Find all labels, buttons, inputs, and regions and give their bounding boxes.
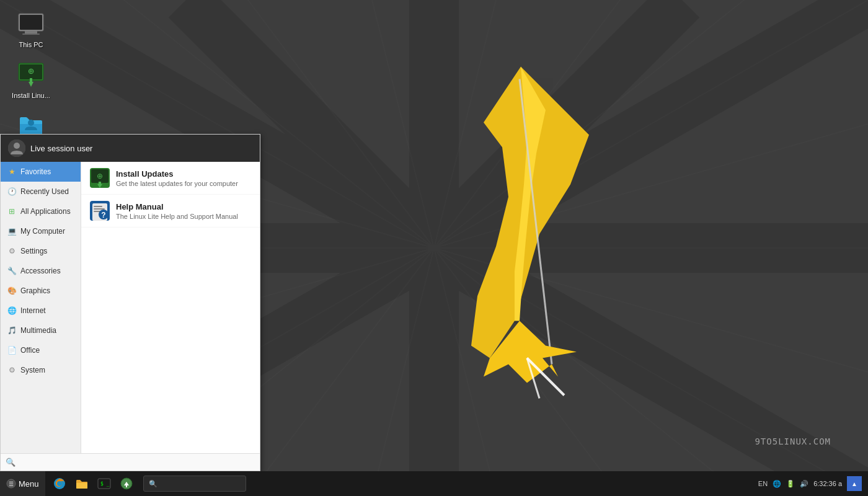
user-avatar [8, 140, 25, 157]
favorites-label: Favorites [20, 167, 51, 176]
taskbar-right: EN 🌐 🔋 🔊 6:32:36 a ▲ [752, 476, 868, 491]
taskbar-btn-files[interactable] [71, 473, 92, 494]
favorites-icon: ★ [7, 167, 17, 177]
internet-icon: 🌐 [7, 306, 17, 316]
desktop: This PC ⊕ Install Linu... [0, 0, 868, 496]
settings-icon: ⚙ [7, 246, 17, 256]
menu-item-install-updates[interactable]: ⊕ Install Updates Get the latest updates… [81, 162, 260, 195]
sidebar-item-settings[interactable]: ⚙ Settings [1, 241, 81, 261]
sidebar-item-graphics[interactable]: 🎨 Graphics [1, 281, 81, 301]
install-updates-title: Install Updates [116, 169, 238, 179]
svg-rect-63 [94, 206, 102, 207]
taskbar: ☰ Menu $ _ [0, 471, 868, 496]
menu-search-bar[interactable]: 🔍 [1, 453, 260, 471]
taskbar-battery-icon: 🔋 [786, 480, 795, 488]
svg-point-48 [28, 120, 34, 126]
sidebar-item-all-applications[interactable]: ⊞ All Applications [1, 202, 81, 221]
menu-search-input[interactable] [18, 458, 255, 467]
accessories-icon: 🔧 [7, 266, 17, 276]
help-manual-text: Help Manual The Linux Lite Help and Supp… [116, 202, 238, 220]
install-updates-icon: ⊕ [90, 168, 110, 188]
this-pc-icon [16, 9, 46, 38]
taskbar-btn-update[interactable] [116, 473, 137, 494]
svg-rect-42 [22, 33, 40, 35]
desktop-icon-this-pc[interactable]: This PC [6, 6, 56, 51]
office-icon: 📄 [7, 345, 17, 355]
svg-rect-64 [94, 208, 105, 210]
install-updates-desc: Get the latest updates for your computer [116, 180, 238, 187]
start-label: Menu [19, 479, 39, 489]
taskbar-btn-terminal[interactable]: $ _ [94, 473, 115, 494]
all-applications-icon: ⊞ [7, 206, 17, 216]
taskbar-lang: EN [758, 480, 768, 487]
start-menu-icon: ☰ [6, 479, 16, 489]
multimedia-icon: 🎵 [7, 326, 17, 335]
user-name: Live session user [30, 144, 92, 153]
svg-text:$ _: $ _ [100, 481, 110, 487]
install-linux-label: Install Linu... [12, 92, 50, 99]
accessories-label: Accessories [20, 267, 61, 275]
svg-text:⊕: ⊕ [28, 65, 34, 77]
menu-content: ⊕ Install Updates Get the latest updates… [81, 162, 260, 453]
start-menu: Live session user ★ Favorites 🕐 Recently… [0, 134, 260, 471]
sidebar-item-multimedia[interactable]: 🎵 Multimedia [1, 321, 81, 340]
svg-point-55 [14, 143, 20, 149]
internet-label: Internet [20, 306, 46, 315]
graphics-label: Graphics [20, 286, 50, 295]
sidebar-item-favorites[interactable]: ★ Favorites [1, 162, 81, 182]
svg-rect-75 [126, 485, 127, 487]
sidebar-item-system[interactable]: ⚙ System [1, 360, 81, 380]
settings-label: Settings [20, 247, 47, 255]
my-computer-label: My Computer [20, 227, 65, 236]
install-linux-icon: ⊕ [16, 60, 46, 89]
taskbar-search-input[interactable] [160, 480, 241, 487]
recently-used-label: Recently Used [20, 187, 69, 196]
sidebar-item-my-computer[interactable]: 💻 My Computer [1, 221, 81, 241]
help-manual-icon: ? [90, 201, 110, 221]
office-label: Office [20, 346, 40, 355]
start-menu-header: Live session user [1, 135, 260, 162]
this-pc-label: This PC [19, 41, 43, 48]
help-manual-title: Help Manual [116, 202, 238, 211]
recently-used-icon: 🕐 [7, 187, 17, 197]
svg-rect-40 [20, 15, 42, 30]
search-icon: 🔍 [6, 458, 16, 467]
svg-rect-47 [30, 78, 32, 83]
taskbar-apps: $ _ [45, 471, 141, 496]
svg-rect-41 [25, 31, 37, 33]
taskbar-search-icon: 🔍 [149, 480, 157, 488]
svg-point-71 [57, 481, 62, 486]
multimedia-label: Multimedia [20, 326, 56, 335]
svg-rect-60 [99, 182, 101, 185]
svg-text:⊕: ⊕ [97, 172, 103, 180]
start-button[interactable]: ☰ Menu [0, 471, 45, 496]
svg-text:☰: ☰ [9, 481, 14, 487]
taskbar-notification-area[interactable]: ▲ [847, 476, 862, 491]
watermark: 9TO5LINUX.COM [755, 436, 831, 446]
system-label: System [20, 366, 45, 374]
menu-item-help-manual[interactable]: ? Help Manual The Linux Lite Help and Su… [81, 195, 260, 228]
start-menu-body: ★ Favorites 🕐 Recently Used ⊞ All Applic… [1, 162, 260, 453]
install-updates-text: Install Updates Get the latest updates f… [116, 169, 238, 187]
sidebar-item-accessories[interactable]: 🔧 Accessories [1, 261, 81, 281]
taskbar-search-bar[interactable]: 🔍 [143, 476, 246, 492]
taskbar-sound-icon: 🔊 [800, 480, 808, 488]
desktop-icon-install-linux[interactable]: ⊕ Install Linu... [6, 57, 56, 102]
my-computer-icon: 💻 [7, 226, 17, 236]
taskbar-btn-firefox[interactable] [49, 473, 70, 494]
graphics-icon: 🎨 [7, 286, 17, 296]
sidebar-item-recently-used[interactable]: 🕐 Recently Used [1, 182, 81, 202]
sidebar-item-internet[interactable]: 🌐 Internet [1, 301, 81, 321]
sidebar-item-office[interactable]: 📄 Office [1, 340, 81, 360]
system-icon: ⚙ [7, 365, 17, 375]
taskbar-clock: 6:32:36 a [813, 480, 842, 487]
taskbar-network-icon: 🌐 [773, 480, 781, 488]
menu-sidebar: ★ Favorites 🕐 Recently Used ⊞ All Applic… [1, 162, 81, 453]
help-manual-desc: The Linux Lite Help and Support Manual [116, 213, 238, 220]
all-applications-label: All Applications [20, 207, 71, 216]
svg-text:?: ? [101, 211, 105, 219]
